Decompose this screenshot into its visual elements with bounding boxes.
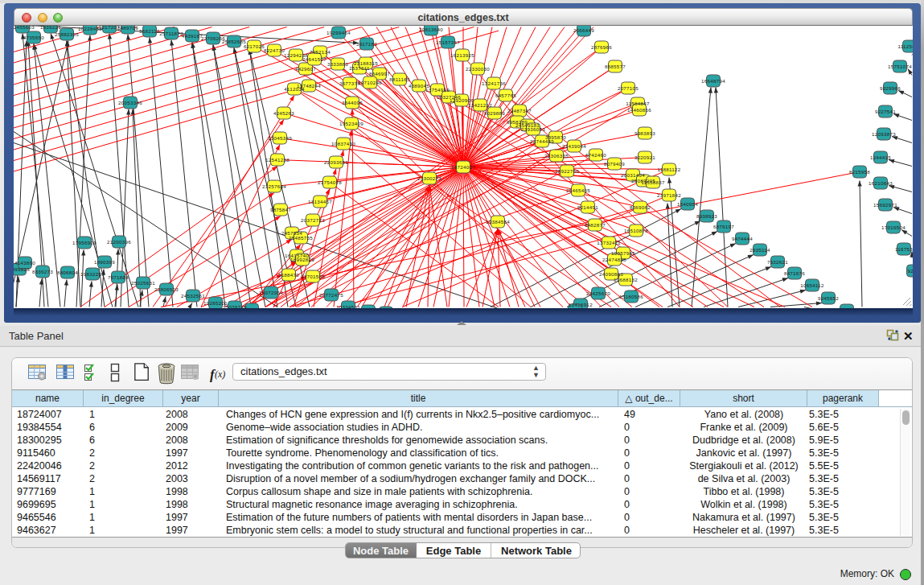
svg-text:13748244: 13748244 (297, 83, 321, 89)
svg-text:18724007: 18724007 (451, 164, 475, 170)
svg-text:3333883: 3333883 (327, 61, 348, 67)
svg-text:16210643: 16210643 (869, 180, 893, 186)
svg-text:6482877: 6482877 (585, 222, 606, 228)
svg-text:8938923: 8938923 (696, 213, 717, 219)
svg-text:1999828: 1999828 (14, 266, 30, 272)
svg-text:23971842: 23971842 (657, 192, 681, 198)
svg-text:2935114: 2935114 (749, 247, 770, 253)
svg-text:25465435: 25465435 (566, 187, 590, 193)
svg-text:1640954: 1640954 (677, 201, 698, 207)
svg-text:16510878: 16510878 (624, 228, 648, 233)
svg-text:1839221: 1839221 (40, 26, 61, 30)
svg-text:15157347: 15157347 (436, 39, 460, 45)
svg-text:23487347: 23487347 (507, 108, 532, 113)
svg-text:11125419: 11125419 (897, 43, 913, 49)
svg-text:6879197: 6879197 (713, 224, 734, 229)
svg-text:22455603: 22455603 (14, 26, 35, 30)
svg-text:24532561: 24532561 (181, 293, 205, 299)
svg-text:13421212: 13421212 (468, 102, 492, 108)
svg-text:14460856: 14460856 (627, 107, 651, 113)
svg-text:18992829: 18992829 (290, 257, 314, 262)
svg-text:22306335: 22306335 (544, 153, 569, 159)
svg-text:8806804: 8806804 (57, 270, 78, 275)
svg-text:8471676: 8471676 (784, 270, 805, 276)
svg-text:25485735: 25485735 (289, 235, 313, 241)
svg-text:10710248: 10710248 (358, 80, 382, 85)
svg-text:8369062: 8369062 (630, 204, 651, 210)
svg-text:20372723: 20372723 (301, 217, 325, 223)
svg-text:15692971: 15692971 (873, 202, 897, 208)
svg-text:12920906: 12920906 (450, 97, 474, 103)
svg-text:17956909: 17956909 (72, 240, 97, 245)
svg-text:20772475: 20772475 (319, 292, 343, 298)
svg-text:20053346: 20053346 (118, 100, 142, 105)
svg-text:16072954: 16072954 (259, 290, 283, 295)
svg-text:13241736: 13241736 (482, 80, 506, 86)
svg-text:8215958: 8215958 (849, 169, 870, 175)
svg-text:11881122: 11881122 (657, 167, 680, 172)
svg-text:19384554: 19384554 (486, 219, 510, 225)
svg-text:5188470: 5188470 (278, 272, 299, 278)
svg-text:9227541: 9227541 (875, 109, 896, 114)
svg-text:25025631: 25025631 (131, 280, 155, 286)
svg-text:9245: 9245 (908, 268, 913, 274)
svg-text:19832259: 19832259 (80, 271, 105, 277)
svg-text:15180586: 15180586 (619, 294, 643, 299)
svg-text:3644095: 3644095 (342, 100, 363, 105)
svg-text:11584847: 11584847 (626, 101, 650, 106)
svg-text:22806503: 22806503 (154, 286, 179, 292)
svg-text:8336273: 8336273 (32, 269, 53, 274)
svg-text:25882305: 25882305 (55, 31, 79, 37)
svg-text:8029889: 8029889 (484, 110, 505, 116)
svg-text:6457765: 6457765 (495, 93, 516, 98)
svg-text:2537611: 2537611 (349, 65, 370, 71)
svg-text:24090883: 24090883 (599, 271, 623, 277)
svg-text:19688132: 19688132 (614, 277, 638, 282)
svg-text:10654112: 10654112 (800, 282, 824, 288)
svg-text:4429607: 4429607 (295, 66, 316, 72)
svg-text:20031404: 20031404 (621, 172, 645, 178)
svg-text:10057945: 10057945 (611, 250, 635, 256)
svg-text:25711873: 25711873 (159, 31, 183, 36)
svg-text:7452134: 7452134 (310, 49, 331, 55)
svg-text:9875847: 9875847 (270, 207, 291, 212)
svg-text:4245263: 4245263 (273, 110, 294, 116)
svg-text:24641507: 24641507 (302, 56, 326, 62)
svg-text:116753: 116753 (895, 246, 913, 252)
svg-text:24425670: 24425670 (586, 290, 610, 296)
svg-text:20813640: 20813640 (419, 27, 443, 32)
svg-text:2066449: 2066449 (573, 27, 594, 33)
svg-text:8685577: 8685577 (605, 64, 626, 69)
svg-text:3917183: 3917183 (356, 41, 377, 47)
svg-text:8811165: 8811165 (389, 76, 410, 82)
svg-text:12541238: 12541238 (265, 157, 290, 163)
svg-text:13134457: 13134457 (308, 199, 332, 204)
svg-text:8489709: 8489709 (117, 26, 138, 31)
svg-text:3395870: 3395870 (545, 134, 566, 140)
svg-text:7632621: 7632621 (767, 259, 788, 265)
svg-text:13045349: 13045349 (268, 135, 292, 141)
svg-text:2876966: 2876966 (591, 44, 612, 50)
svg-text:3220921: 3220921 (634, 154, 655, 160)
svg-text:6742460: 6742460 (585, 152, 606, 158)
svg-text:4735650: 4735650 (23, 35, 44, 40)
svg-text:16648794: 16648794 (701, 78, 725, 84)
svg-text:15751074: 15751074 (888, 64, 912, 69)
svg-text:19299464: 19299464 (326, 30, 351, 35)
svg-text:9214491: 9214491 (577, 204, 598, 210)
svg-text:9474444: 9474444 (732, 236, 753, 241)
svg-text:1890399: 1890399 (94, 259, 115, 265)
svg-text:21200396: 21200396 (107, 239, 131, 245)
svg-text:5682115: 5682115 (139, 28, 160, 34)
svg-text:8224730: 8224730 (264, 47, 285, 53)
svg-text:7671884: 7671884 (108, 274, 129, 280)
svg-text:9983893: 9983893 (634, 130, 655, 136)
svg-text:12093873: 12093873 (872, 131, 896, 137)
svg-text:21257684: 21257684 (262, 183, 286, 189)
svg-text:22330030: 22330030 (466, 66, 490, 72)
svg-text:19523409: 19523409 (339, 121, 363, 126)
svg-text:22474828: 22474828 (602, 257, 626, 262)
svg-text:(x): (x) (215, 369, 225, 380)
svg-text:8079409: 8079409 (604, 161, 625, 167)
svg-text:9329966: 9329966 (880, 85, 901, 91)
